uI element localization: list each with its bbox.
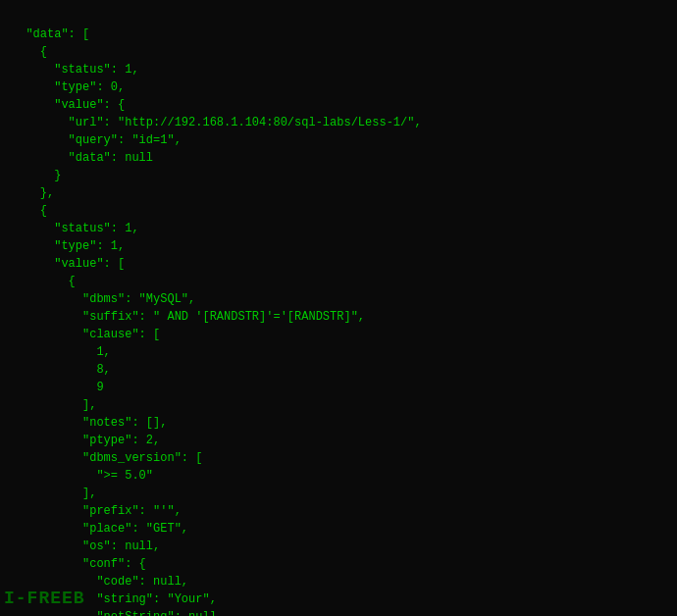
json-line: "type": 1, [12,237,665,255]
json-line: "string": "Your", [12,590,665,608]
json-line: "os": null, [12,538,665,555]
json-line: "prefix": "'", [12,502,665,520]
json-line: ], [12,396,665,414]
json-line: "type": 0, [12,78,665,96]
json-line: 1, [12,343,665,361]
watermark: I-FREEB [4,586,85,612]
json-line: } [12,167,665,184]
json-line: "conf": { [12,555,665,573]
json-line: "data": null [12,149,665,167]
json-line: "data": [ [12,26,665,43]
json-line: "notString": null, [12,608,665,616]
json-line: ], [12,485,665,502]
json-output: "data": [ { "status": 1, "type": 0, "val… [12,8,665,616]
json-line: "ptype": 2, [12,432,665,449]
json-line: "clause": [ [12,326,665,343]
json-line: "dbms": "MySQL", [12,290,665,308]
json-line: { [12,273,665,290]
json-line: 8, [12,361,665,379]
json-line: "notes": [], [12,414,665,432]
json-line: "query": "id=1", [12,131,665,149]
json-line: "url": "http://192.168.1.104:80/sql-labs… [12,114,665,131]
json-line: "value": [ [12,255,665,273]
json-line: "code": null, [12,573,665,590]
json-line: "status": 1, [12,220,665,237]
json-line: "dbms_version": [ [12,449,665,467]
json-line: "status": 1, [12,61,665,78]
json-line: }, [12,184,665,202]
json-line: "suffix": " AND '[RANDSTR]'='[RANDSTR]", [12,308,665,326]
json-line: ">= 5.0" [12,467,665,485]
json-line: { [12,43,665,61]
json-line: "place": "GET", [12,520,665,538]
json-line: 9 [12,379,665,396]
json-line: "value": { [12,96,665,114]
json-line: { [12,202,665,220]
